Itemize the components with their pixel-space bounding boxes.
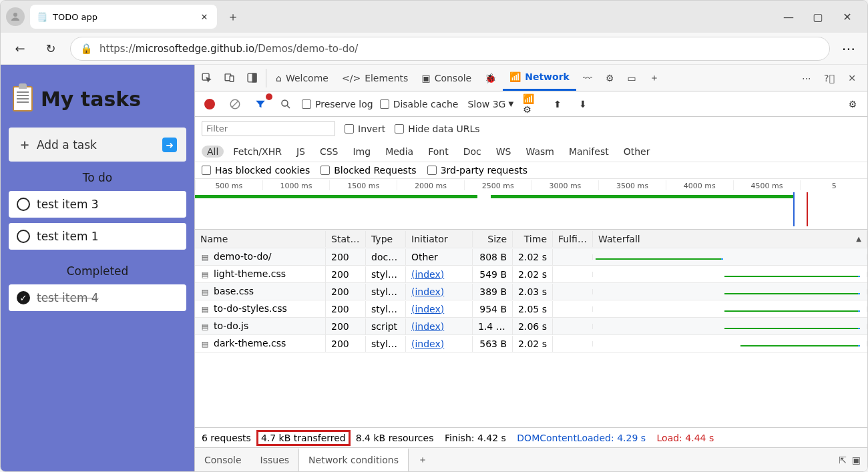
tab-console[interactable]: ▣Console [415,65,478,91]
timeline-tick: 500 ms [195,180,262,190]
close-tab-button[interactable]: ✕ [198,11,210,23]
more-tabs-button[interactable]: ＋ [643,65,666,91]
tab-debug[interactable]: 🐞 [478,65,503,91]
filter-type-all[interactable]: All [202,146,224,158]
filter-type-doc[interactable]: Doc [458,146,487,158]
task-checkbox[interactable] [17,230,30,243]
throttle-select[interactable]: Slow 3G ▼ [465,97,516,111]
drawer-tab-console[interactable]: Console [195,448,251,471]
initiator-link[interactable]: (index) [406,301,473,317]
browser-tab[interactable]: 🗒️ TODO app ✕ [30,5,217,29]
file-icon: ▤ [200,340,210,349]
drawer-expand-icon[interactable]: ⇱ [839,455,847,465]
blocked-requests-checkbox[interactable]: Blocked Requests [320,165,416,176]
browser-menu-button[interactable]: ⋯ [838,41,859,57]
filter-input[interactable] [202,121,335,136]
todo-app: My tasks ＋ Add a task ➜ To do test item … [1,65,194,471]
filter-type-media[interactable]: Media [380,146,419,158]
filter-type-manifest[interactable]: Manifest [564,146,614,158]
filter-toggle-button[interactable] [251,95,270,113]
timeline-tick: 3500 ms [598,180,666,190]
dock-icon[interactable] [240,67,263,89]
tab-application[interactable]: ▭ [620,65,642,91]
wifi-icon[interactable]: 📶⚙ [523,95,541,113]
invert-checkbox[interactable]: Invert [345,124,385,134]
close-window-button[interactable]: ✕ [839,11,855,23]
network-grid-body[interactable]: ▤demo-to-do/200docu...Other808 B2.02 s▤l… [195,248,867,427]
filter-type-wasm[interactable]: Wasm [520,146,559,158]
request-row[interactable]: ▤demo-to-do/200docu...Other808 B2.02 s [195,248,867,266]
network-settings-button[interactable]: ⚙ [843,95,862,113]
refresh-button[interactable]: ↻ [39,37,62,60]
device-toggle-icon[interactable] [218,67,240,89]
help-button[interactable]: ?⃝ [818,67,841,89]
hide-data-urls-checkbox[interactable]: Hide data URLs [395,124,479,134]
more-tools-button[interactable]: ⋯ [795,67,818,89]
app-icon: ▭ [627,73,636,83]
task-item[interactable]: test item 3 [9,191,186,218]
network-timeline[interactable]: 500 ms1000 ms1500 ms2000 ms2500 ms3000 m… [195,179,867,230]
minimize-button[interactable]: — [781,11,797,23]
drawer-tab-network-conditions[interactable]: Network conditions [298,448,409,471]
task-checkbox[interactable] [17,198,30,211]
request-row[interactable]: ▤light-theme.css200styles...(index)549 B… [195,266,867,283]
profile-avatar[interactable] [6,7,25,26]
new-tab-button[interactable]: ＋ [222,6,244,27]
add-task-placeholder: Add a task [37,138,97,152]
blocked-cookies-checkbox[interactable]: Has blocked cookies [202,165,310,176]
initiator-link[interactable]: (index) [406,318,473,334]
tab-performance[interactable]: 〰 [576,65,599,91]
initiator-link[interactable]: (index) [406,284,473,300]
url-input[interactable]: 🔒 https://microsoftedge.github.io/Demos/… [70,37,830,61]
import-button[interactable]: ⬆ [548,95,567,113]
tab-welcome[interactable]: ⌂Welcome [269,65,335,91]
disable-cache-checkbox[interactable]: Disable cache [380,99,459,109]
tab-network[interactable]: 📶Network [503,65,576,91]
network-icon: 📶 [509,71,521,82]
request-row[interactable]: ▤base.css200styles...(index)389 B2.03 s [195,283,867,300]
filter-type-other[interactable]: Other [618,146,656,158]
devtools-drawer: Console Issues Network conditions ＋ ⇱ ▣ [195,447,867,471]
filter-type-font[interactable]: Font [423,146,453,158]
drawer-dock-icon[interactable]: ▣ [852,455,861,465]
drawer-tab-issues[interactable]: Issues [251,448,299,471]
back-button[interactable]: ← [9,37,31,60]
filter-type-ws[interactable]: WS [491,146,517,158]
app-header: My tasks [9,73,186,128]
task-item[interactable]: test item 1 [9,223,186,250]
record-button[interactable] [200,95,219,113]
initiator-link[interactable]: (index) [406,266,473,282]
request-row[interactable]: ▤to-do-styles.css200styles...(index)954 … [195,300,867,318]
maximize-button[interactable]: ▢ [810,11,826,23]
filter-type-js[interactable]: JS [291,146,310,158]
tab-elements[interactable]: </>Elements [335,65,415,91]
task-label: test item 1 [37,230,99,243]
request-row[interactable]: ▤to-do.js200script(index)1.4 kB2.06 s [195,318,867,335]
task-item-completed[interactable]: ✓test item 4 [9,284,186,311]
network-grid-header[interactable]: Name Status Type Initiator Size Time Ful… [195,230,867,248]
add-task-input[interactable]: ＋ Add a task ➜ [9,128,186,162]
section-completed-title: Completed [9,255,186,284]
filter-type-img[interactable]: Img [347,146,376,158]
submit-task-button[interactable]: ➜ [162,138,177,152]
file-icon: ▤ [200,288,210,297]
tab-memory[interactable]: ⚙ [599,65,621,91]
initiator-link[interactable]: (index) [406,336,473,352]
inspect-icon[interactable] [195,67,218,89]
task-checkbox-checked[interactable]: ✓ [17,291,30,304]
drawer-add-tab-button[interactable]: ＋ [409,448,437,471]
third-party-checkbox[interactable]: 3rd-party requests [427,165,527,176]
filter-type-css[interactable]: CSS [314,146,344,158]
preserve-log-checkbox[interactable]: Preserve log [302,99,373,109]
clear-button[interactable] [226,95,244,113]
filter-type-fetchxhr[interactable]: Fetch/XHR [228,146,287,158]
close-devtools-button[interactable]: ✕ [841,67,863,89]
task-label: test item 3 [37,198,99,211]
devtools-tabs: ⌂Welcome </>Elements ▣Console 🐞 📶Network… [195,65,867,91]
home-icon: ⌂ [276,73,282,83]
file-icon: ▤ [200,253,210,262]
request-row[interactable]: ▤dark-theme.css200styles...(index)563 B2… [195,335,867,352]
gear-icon: ⚙ [606,73,614,83]
search-button[interactable] [276,95,295,113]
export-button[interactable]: ⬇ [574,95,592,113]
